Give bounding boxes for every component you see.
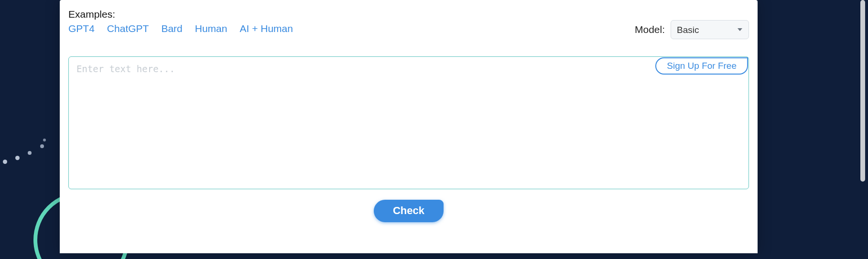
check-button[interactable]: Check (374, 200, 444, 222)
scrollbar-track[interactable] (859, 0, 866, 259)
example-link-bard[interactable]: Bard (161, 23, 182, 34)
model-select-wrap: Basic (671, 20, 749, 39)
top-row: Examples: GPT4 ChatGPT Bard Human AI + H… (68, 9, 749, 39)
example-link-ai-human[interactable]: AI + Human (239, 23, 293, 34)
example-link-human[interactable]: Human (195, 23, 228, 34)
examples-label: Examples: (68, 9, 625, 20)
examples-links: GPT4 ChatGPT Bard Human AI + Human (68, 23, 625, 34)
example-link-gpt4[interactable]: GPT4 (68, 23, 95, 34)
scrollbar-thumb[interactable] (860, 0, 865, 182)
text-input[interactable] (68, 56, 749, 189)
model-select[interactable]: Basic (671, 20, 749, 39)
model-label: Model: (635, 24, 665, 35)
examples-block: Examples: GPT4 ChatGPT Bard Human AI + H… (68, 9, 625, 34)
textarea-wrap: Sign Up For Free (68, 56, 749, 191)
check-row: Check (68, 200, 749, 222)
example-link-chatgpt[interactable]: ChatGPT (107, 23, 149, 34)
main-card: Examples: GPT4 ChatGPT Bard Human AI + H… (60, 0, 758, 253)
signup-button[interactable]: Sign Up For Free (655, 57, 748, 75)
model-block: Model: Basic (635, 20, 749, 39)
